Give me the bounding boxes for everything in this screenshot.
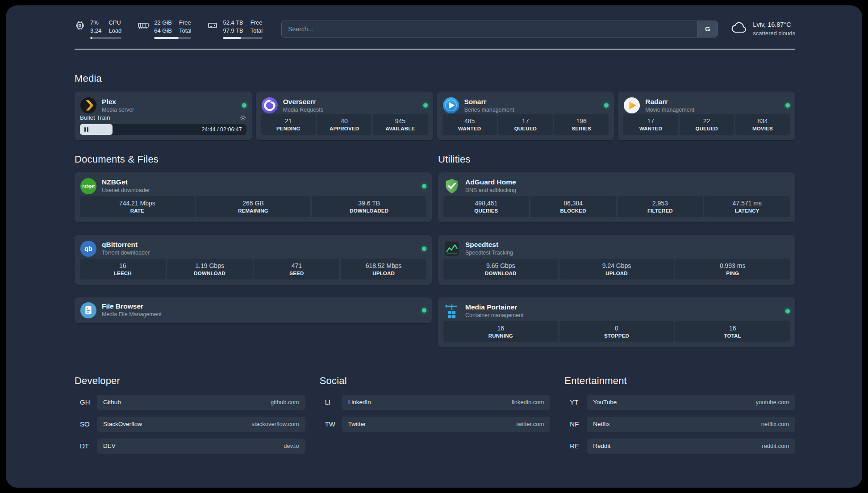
stat-queued: 22 QUEUED <box>680 114 734 134</box>
service-name: AdGuard Home <box>465 178 516 187</box>
search-bar: G <box>281 21 718 38</box>
status-dot <box>785 103 790 108</box>
stat-queries: 498,461 QUERIES <box>443 196 529 217</box>
service-desc: Movie management <box>645 106 694 113</box>
service-card-nzbget[interactable]: nzbget NZBGet Usenet downloader 744.21 M… <box>75 172 432 222</box>
cpu-widget: 7% 3.24 CPU Load <box>75 19 121 39</box>
service-name: Plex <box>102 97 134 106</box>
section-media: Media Plex Media server <box>75 73 795 140</box>
memory-free-value: 22 GiB <box>154 19 172 27</box>
memory-label-top: Free <box>179 19 191 27</box>
bookmark-link[interactable]: Twitter twitter.com <box>342 417 551 432</box>
playback-time: 24:44 / 02:06:47 <box>201 126 242 133</box>
memory-progress-fill <box>154 37 179 39</box>
stat-wanted: 17 WANTED <box>623 114 678 134</box>
stat-downloaded: 39.6 TB DOWNLOADED <box>312 196 426 217</box>
bookmark-link[interactable]: Github github.com <box>97 395 305 410</box>
nzbget-icon: nzbget <box>80 178 97 195</box>
search-input[interactable] <box>282 21 697 37</box>
svg-text:qb: qb <box>84 245 92 252</box>
status-dot <box>785 309 790 313</box>
memory-label-bottom: Total <box>179 27 191 35</box>
sonarr-icon <box>442 97 459 114</box>
service-name: Media Portainer <box>465 303 524 312</box>
bookmark-link[interactable]: Netflix netflix.com <box>587 417 795 432</box>
stat-approved: 40 APPROVED <box>317 114 371 134</box>
disk-icon <box>207 20 218 33</box>
service-desc: DNS and adblocking <box>465 187 516 194</box>
qbittorrent-icon: qb <box>80 240 97 257</box>
topbar-divider <box>75 49 795 50</box>
media-heading: Media <box>75 73 795 84</box>
service-desc: Speedtest Tracking <box>465 249 513 256</box>
stat-series: 196 SERIES <box>554 114 609 134</box>
service-card-overseerr[interactable]: Overseerr Media Requests 21 PENDING 40 A… <box>256 92 433 140</box>
disk-label-bottom: Total <box>250 27 263 35</box>
bookmark-link[interactable]: LinkedIn linkedin.com <box>342 395 551 410</box>
service-name: NZBGet <box>102 178 150 187</box>
bookmark-link[interactable]: StackOverflow stackoverflow.com <box>97 417 305 432</box>
stat-movies: 834 MOVIES <box>735 114 790 134</box>
service-card-qbittorrent[interactable]: qb qBittorrent Torrent downloader 16 LEE… <box>75 235 432 285</box>
service-name: Speedtest <box>465 240 513 249</box>
radarr-icon <box>623 97 640 114</box>
gear-icon[interactable] <box>240 114 246 121</box>
plex-now-playing: Bullet Train 24:44 / 02:06:47 <box>80 114 246 135</box>
search-provider-button[interactable]: G <box>697 21 718 37</box>
service-desc: Media server <box>102 106 134 113</box>
service-card-plex[interactable]: Plex Media server Bullet Train <box>75 92 252 140</box>
stat-remaining: 266 GB REMAINING <box>196 196 311 217</box>
disk-label-top: Free <box>250 19 263 27</box>
stat-stopped: 0 STOPPED <box>559 321 674 342</box>
service-card-radarr[interactable]: Radarr Movie management 17 WANTED 22 QUE… <box>618 92 795 140</box>
bookmark-github: GH Github github.com <box>75 395 305 410</box>
service-card-speedtest[interactable]: Speedtest Speedtest Tracking 9.65 Gbps D… <box>438 235 795 285</box>
stat-download: 9.65 Gbps DOWNLOAD <box>443 259 558 279</box>
stat-blocked: 86,384 BLOCKED <box>530 196 616 217</box>
memory-widget: 22 GiB 64 GiB Free Total <box>138 19 191 39</box>
memory-total-value: 64 GiB <box>154 27 172 35</box>
bookmark-link[interactable]: YouTube youtube.com <box>587 395 795 410</box>
portainer-icon <box>443 303 460 320</box>
service-card-adguard[interactable]: AdGuard Home DNS and adblocking 498,461 … <box>438 172 795 222</box>
service-name: qBittorrent <box>102 240 150 249</box>
plex-icon <box>80 97 97 114</box>
memory-progress-bar <box>154 37 191 39</box>
playback-progress-bar[interactable]: 24:44 / 02:06:47 <box>80 124 246 135</box>
status-dot <box>422 246 426 251</box>
stat-latency: 47.571 ms LATENCY <box>704 196 790 217</box>
status-dot <box>423 103 428 108</box>
service-desc: Media File Management <box>102 311 162 318</box>
stat-upload: 618.52 Mbps UPLOAD <box>341 259 426 279</box>
bookmark-abbr: TW <box>320 420 342 428</box>
cpu-progress-bar <box>90 37 121 39</box>
bookmark-youtube: YT YouTube youtube.com <box>564 395 795 410</box>
stat-upload: 9.24 Gbps UPLOAD <box>559 259 674 279</box>
service-desc: Container management <box>465 312 524 319</box>
status-dot <box>422 308 426 313</box>
filebrowser-icon <box>80 302 97 319</box>
service-desc: Series management <box>464 106 514 113</box>
service-card-filebrowser[interactable]: File Browser Media File Management <box>75 297 432 323</box>
service-desc: Usenet downloader <box>102 187 150 194</box>
disk-widget: 52.4 TB 97.9 TB Free Total <box>207 19 263 39</box>
pause-icon[interactable] <box>84 127 88 132</box>
bookmark-abbr: LI <box>320 398 342 406</box>
bookmark-link[interactable]: DEV dev.to <box>97 439 305 454</box>
service-card-sonarr[interactable]: Sonarr Series management 485 WANTED 17 Q… <box>437 92 614 140</box>
cpu-load-value: 3.24 <box>90 27 101 35</box>
bookmark-link[interactable]: Reddit reddit.com <box>587 439 795 454</box>
cpu-usage-value: 7% <box>90 19 101 27</box>
entertainment-heading: Entertainment <box>564 375 795 387</box>
service-card-portainer[interactable]: Media Portainer Container management 16 … <box>438 297 795 347</box>
weather-location: Lviv, 16.87°C <box>753 21 795 29</box>
bookmark-abbr: DT <box>75 442 97 450</box>
section-documents: Documents & Files nzbget NZBGet U <box>75 154 432 347</box>
dashboard: 7% 3.24 CPU Load <box>6 5 862 488</box>
bookmark-stackoverflow: SO StackOverflow stackoverflow.com <box>75 417 305 432</box>
cpu-icon <box>75 20 85 33</box>
bookmark-netflix: NF Netflix netflix.com <box>564 417 795 432</box>
stat-download: 1.19 Gbps DOWNLOAD <box>167 259 253 279</box>
bookmark-linkedin: LI LinkedIn linkedin.com <box>320 395 551 410</box>
service-name: Radarr <box>645 97 694 106</box>
